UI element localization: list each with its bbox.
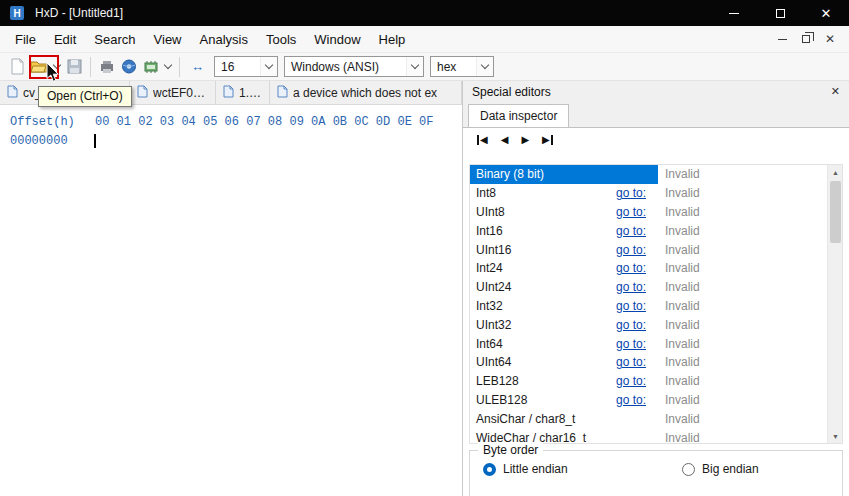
type-label: UInt16 (476, 243, 511, 257)
radio-unselected-icon (682, 463, 695, 476)
next-record-button[interactable]: ▶ (521, 135, 529, 145)
inspector-row[interactable]: UInt8 go to: Invalid (470, 203, 827, 222)
type-label: Int8 (476, 186, 496, 200)
goto-link[interactable]: go to: (616, 299, 646, 313)
inspector-row[interactable]: AnsiChar / char8_t Invalid (470, 409, 827, 428)
inspector-row[interactable]: ULEB128 go to: Invalid (470, 391, 827, 410)
hex-row[interactable]: 00000000 (10, 134, 462, 148)
inspector-row[interactable]: Binary (8 bit) Invalid (470, 165, 827, 184)
open-button-tooltip: Open (Ctrl+O) (38, 86, 132, 107)
type-label: Int32 (476, 299, 503, 313)
special-editors-header: Special editors ✕ (463, 81, 849, 102)
printer-icon (99, 60, 115, 74)
inspector-row[interactable]: Int24 go to: Invalid (470, 259, 827, 278)
scroll-down-icon[interactable]: ▼ (828, 429, 843, 443)
bytes-per-row-select[interactable]: 16 (214, 56, 278, 77)
chevron-down-icon (481, 61, 489, 69)
inspector-rows: Binary (8 bit) Invalid Int8 go to: Inval… (470, 165, 827, 443)
inspector-row[interactable]: Int16 go to: Invalid (470, 221, 827, 240)
goto-link[interactable]: go to: (616, 243, 646, 257)
next-record-icon: ▶ (521, 135, 529, 145)
combo-arrow[interactable] (476, 57, 493, 76)
memory-chip-icon (143, 60, 159, 74)
new-file-button[interactable] (6, 55, 28, 79)
encoding-select[interactable]: Windows (ANSI) (284, 56, 424, 77)
save-button[interactable] (63, 55, 85, 79)
row-offset: 00000000 (10, 134, 68, 148)
type-label: Int64 (476, 337, 503, 351)
menu-help[interactable]: Help (370, 28, 415, 51)
inspector-row[interactable]: LEB128 go to: Invalid (470, 372, 827, 391)
inspector-scrollbar[interactable]: ▲ ▼ (827, 165, 842, 443)
goto-link[interactable]: go to: (616, 261, 646, 275)
value-cell: Invalid (658, 205, 827, 219)
inspector-row[interactable]: UInt24 go to: Invalid (470, 278, 827, 297)
goto-link[interactable]: go to: (616, 318, 646, 332)
type-label: ULEB128 (476, 393, 527, 407)
mdi-close-button[interactable]: ✕ (825, 32, 835, 46)
offset-base-select[interactable]: hex (430, 56, 494, 77)
goto-link[interactable]: go to: (616, 337, 646, 351)
previous-record-button[interactable]: ◀ (501, 135, 509, 145)
radio-selected-icon (483, 463, 496, 476)
open-memory-dropdown-arrow[interactable] (162, 55, 174, 79)
hex-editor[interactable]: Offset(h)00 01 02 03 04 05 06 07 08 09 0… (0, 105, 462, 496)
type-label: WideChar / char16_t (476, 431, 586, 443)
scrollbar-thumb[interactable] (830, 181, 841, 243)
open-disk-button[interactable] (118, 55, 140, 79)
toolbar-separator (179, 57, 180, 77)
inspector-row[interactable]: Int8 go to: Invalid (470, 184, 827, 203)
goto-link[interactable]: go to: (616, 280, 646, 294)
goto-link[interactable]: go to: (616, 224, 646, 238)
combo-arrow[interactable] (406, 57, 423, 76)
menu-search[interactable]: Search (85, 28, 144, 51)
print-button[interactable] (96, 55, 118, 79)
last-record-button[interactable]: ▶ (542, 135, 553, 145)
goto-link[interactable]: go to: (616, 355, 646, 369)
inspector-row[interactable]: WideChar / char16_t Invalid (470, 428, 827, 443)
value-cell: Invalid (658, 374, 827, 388)
menu-window[interactable]: Window (305, 28, 369, 51)
tab-data-inspector[interactable]: Data inspector (468, 104, 569, 128)
hxd-app-icon: H (9, 5, 25, 21)
menu-file[interactable]: File (6, 28, 45, 51)
menu-edit[interactable]: Edit (45, 28, 85, 51)
scroll-up-icon[interactable]: ▲ (828, 165, 843, 179)
close-button[interactable]: ✕ (803, 0, 849, 26)
byte-order-group: Byte order Little endian Big endian (469, 450, 843, 496)
type-label: UInt64 (476, 355, 511, 369)
open-memory-button[interactable] (140, 55, 162, 79)
little-endian-radio[interactable]: Little endian (483, 462, 568, 476)
text-caret (94, 134, 96, 148)
type-label: Int16 (476, 224, 503, 238)
inspector-row[interactable]: UInt32 go to: Invalid (470, 315, 827, 334)
mdi-restore-button[interactable] (802, 35, 810, 43)
inspector-row[interactable]: Int64 go to: Invalid (470, 334, 827, 353)
goto-link[interactable]: go to: (616, 186, 646, 200)
goto-link[interactable]: go to: (616, 393, 646, 407)
first-record-button[interactable]: ◀ (477, 135, 488, 145)
panel-close-icon[interactable]: ✕ (831, 85, 840, 98)
goto-link[interactable]: go to: (616, 374, 646, 388)
document-tab[interactable]: wctEF08.tmp (130, 81, 216, 104)
menu-view[interactable]: View (145, 28, 191, 51)
document-tab[interactable]: a device which does not ex (270, 81, 462, 104)
inspector-row[interactable]: Int32 go to: Invalid (470, 297, 827, 316)
offset-header-label: Offset(h) (10, 115, 95, 129)
menu-tools[interactable]: Tools (257, 28, 305, 51)
menu-analysis[interactable]: Analysis (191, 28, 257, 51)
main-content: cv_c wctEF08.tmp 1.jpg a device which do… (0, 81, 849, 496)
goto-link[interactable]: go to: (616, 205, 646, 219)
toolbar-separator (90, 57, 91, 77)
mdi-minimize-button[interactable] (778, 39, 787, 40)
combo-arrow[interactable] (260, 57, 277, 76)
big-endian-radio[interactable]: Big endian (682, 462, 759, 476)
window-title: HxD - [Untitled1] (35, 6, 123, 20)
value-cell: Invalid (658, 299, 827, 313)
inspector-row[interactable]: UInt16 go to: Invalid (470, 240, 827, 259)
maximize-button[interactable] (757, 0, 803, 26)
minimize-button[interactable] (711, 0, 757, 26)
inspector-row[interactable]: UInt64 go to: Invalid (470, 353, 827, 372)
document-tab[interactable]: 1.jpg (216, 81, 270, 104)
mdi-minimize-icon (778, 39, 787, 40)
